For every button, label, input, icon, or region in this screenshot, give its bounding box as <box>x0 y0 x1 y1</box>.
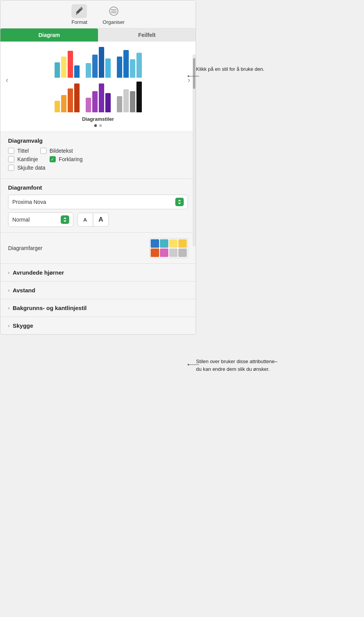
charts-row-2 <box>12 82 185 112</box>
bar <box>136 82 142 112</box>
bar <box>105 58 111 78</box>
tab-bar: Diagram Feilfelt <box>0 28 196 42</box>
organiser-icon <box>106 4 121 18</box>
prev-arrow[interactable]: ‹ <box>4 75 10 84</box>
svg-point-8 <box>188 364 189 365</box>
collapsible-avstand[interactable]: › Avstand <box>0 281 196 299</box>
pagination-dot-2[interactable] <box>99 124 102 127</box>
collapsible-label-2: Avstand <box>13 287 35 293</box>
color-swatch-2[interactable] <box>160 239 168 248</box>
forklaring-checkbox-item[interactable]: ✓ Forklaring <box>50 156 83 162</box>
font-style-stepper[interactable] <box>61 215 69 224</box>
bar <box>130 91 135 112</box>
chart-group-3[interactable] <box>117 50 142 78</box>
skjulte-data-checkbox[interactable] <box>8 165 14 171</box>
bar <box>68 51 73 78</box>
chart-group-1[interactable] <box>55 51 80 78</box>
kantlinje-checkbox[interactable] <box>8 156 14 162</box>
toolbar: Format Organiser <box>0 0 196 28</box>
bar <box>123 50 129 78</box>
chevron-icon-4: › <box>8 323 10 329</box>
font-name-text: Proxima Nova <box>12 199 46 205</box>
bar <box>92 91 98 112</box>
font-style-text: Normal <box>12 217 30 223</box>
bar <box>55 62 60 78</box>
color-swatch-4[interactable] <box>178 239 187 248</box>
bar <box>74 65 80 78</box>
bar <box>68 88 73 112</box>
bar <box>61 57 66 78</box>
diagram-font-section: Diagramfont Proxima Nova Normal <box>0 178 196 232</box>
charts-row-1 <box>12 47 185 78</box>
bar <box>130 59 135 78</box>
bar <box>136 53 142 78</box>
font-style-dropdown[interactable]: Normal <box>8 212 73 227</box>
bildetekst-checkbox[interactable] <box>40 148 47 154</box>
scrollbar-thumb[interactable] <box>193 58 195 89</box>
tittel-checkbox[interactable] <box>8 148 14 154</box>
chart-group-5[interactable] <box>86 83 111 112</box>
pagination-dot-1[interactable] <box>94 124 97 127</box>
kantlinje-checkbox-item[interactable]: Kantlinje <box>8 156 38 162</box>
chevron-icon-3: › <box>8 305 10 311</box>
font-name-stepper[interactable] <box>175 198 184 206</box>
format-icon <box>71 4 87 18</box>
collapsible-avrundede[interactable]: › Avrundede hjørner <box>0 263 196 281</box>
collapsible-label-3: Bakgrunns- og kantlinjestil <box>13 305 87 311</box>
organiser-toolbar-item[interactable]: Organiser <box>103 4 125 25</box>
bar <box>92 55 98 78</box>
bar <box>123 89 129 112</box>
bar <box>99 83 104 112</box>
tab-diagram[interactable]: Diagram <box>0 28 98 42</box>
checkbox-row-2: Kantlinje ✓ Forklaring <box>8 156 188 162</box>
bar <box>99 47 104 78</box>
diagram-font-title: Diagramfont <box>8 184 188 191</box>
color-swatch-7[interactable] <box>169 248 178 257</box>
collapsible-label-4: Skygge <box>13 322 33 329</box>
forklaring-checkbox[interactable]: ✓ <box>50 156 56 162</box>
chart-group-2[interactable] <box>86 47 111 78</box>
chart-styles-area: ‹ <box>0 42 196 132</box>
color-swatch-6[interactable] <box>160 248 168 257</box>
skjulte-data-checkbox-item[interactable]: Skjulte data <box>8 165 45 171</box>
color-swatch-8[interactable] <box>178 248 187 257</box>
organiser-label: Organiser <box>103 19 125 25</box>
next-arrow[interactable]: › <box>186 75 192 84</box>
font-size-controls: A A <box>77 213 109 227</box>
bildetekst-checkbox-item[interactable]: Bildetekst <box>40 148 73 154</box>
tittel-label: Tittel <box>17 148 29 154</box>
forklaring-label: Forklaring <box>59 156 83 162</box>
tab-feilfelt[interactable]: Feilfelt <box>98 28 196 42</box>
charts-grid <box>10 47 186 112</box>
scrollbar[interactable] <box>193 54 196 247</box>
font-name-dropdown[interactable]: Proxima Nova <box>8 195 188 209</box>
chart-group-6[interactable] <box>117 82 142 112</box>
collapsible-label-1: Avrundede hjørner <box>13 269 64 276</box>
diagram-valg-title: Diagramvalg <box>8 137 188 144</box>
bar <box>74 83 80 112</box>
collapsible-bakgrunns[interactable]: › Bakgrunns- og kantlinjestil <box>0 299 196 317</box>
bar <box>61 95 66 112</box>
color-palette[interactable] <box>150 238 188 258</box>
chevron-icon-1: › <box>8 270 10 275</box>
bar <box>55 101 60 112</box>
checkbox-row-3: Skjulte data <box>8 165 188 171</box>
chart-group-4[interactable] <box>55 83 80 112</box>
chart-styles-label: Diagramstiler <box>4 116 192 122</box>
color-swatch-1[interactable] <box>151 239 159 248</box>
tittel-checkbox-item[interactable]: Tittel <box>8 148 29 154</box>
colors-label: Diagramfarger <box>8 245 42 251</box>
diagram-farger-section: Diagramfarger <box>0 232 196 263</box>
bar <box>117 57 122 78</box>
font-decrease-btn[interactable]: A <box>78 213 93 226</box>
color-swatch-5[interactable] <box>151 248 159 257</box>
format-toolbar-item[interactable]: Format <box>71 4 87 25</box>
checkbox-row-1: Tittel Bildetekst <box>8 148 188 154</box>
collapsible-skygge[interactable]: › Skygge <box>0 317 196 334</box>
font-increase-btn[interactable]: A <box>93 213 108 226</box>
format-label: Format <box>71 19 87 25</box>
bar <box>86 98 91 112</box>
pagination-dots <box>4 124 192 127</box>
color-swatch-3[interactable] <box>169 239 178 248</box>
font-controls-row: Normal A A <box>8 212 188 227</box>
